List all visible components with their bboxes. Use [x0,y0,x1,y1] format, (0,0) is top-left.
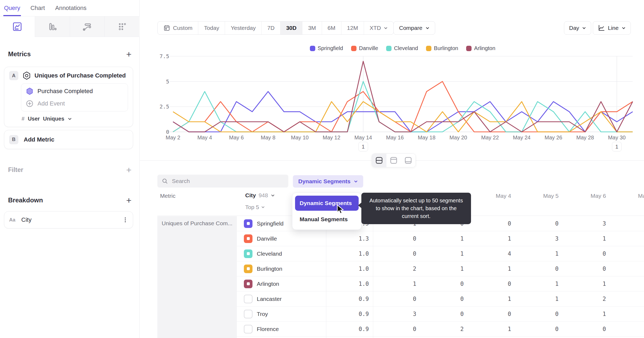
split-view-icon [375,156,383,164]
top-n-selector[interactable]: Top 5 [245,204,265,210]
legend-item-burlington[interactable]: Burlington [426,45,458,51]
compare-button[interactable]: Compare [393,21,435,35]
segment-checkbox-checked[interactable] [244,249,252,258]
legend-swatch [310,46,315,51]
chevron-down-icon [261,205,265,209]
hexagon-event-icon [22,71,31,80]
chevron-down-icon [354,179,358,184]
metric-a-badge: A [9,71,18,80]
flow-icon [82,22,92,32]
search-icon [162,178,168,184]
metric-a-header[interactable]: A Uniques of Purchase Completed [9,71,128,80]
range-button-yesterday[interactable]: Yesterday [225,22,262,34]
segment-day-value: 1 [563,281,610,287]
table-view-icon [404,156,412,164]
chart-type-scatter[interactable] [105,16,140,37]
segments-mode-menu: Dynamic SegmentsManual Segments [292,193,362,230]
menu-item-dynamic-segments[interactable]: Dynamic Segments [295,196,359,211]
svg-text:2.5: 2.5 [160,103,169,110]
add-breakdown-button[interactable]: + [126,196,131,205]
range-button-xtd[interactable]: XTD [364,22,393,34]
measure-entity: User [28,116,40,122]
chart-type-bar[interactable] [35,16,70,37]
view-toggle-table[interactable] [401,154,416,167]
legend-item-arlington[interactable]: Arlington [466,45,495,51]
tab-chart[interactable]: Chart [30,0,45,16]
segment-checkbox[interactable] [244,325,252,333]
segment-day-value: 3 [515,235,563,242]
metric-a-card: A Uniques of Purchase Completed Purchase… [4,67,133,127]
metric-column-cell: Uniques of Purchase Com... [157,216,237,338]
annotation-badge-may-14[interactable]: 1 [358,142,368,152]
segment-name: Springfield [257,220,283,227]
segment-day-value: 0 [515,220,563,227]
view-toggle-split[interactable] [372,154,386,167]
segment-day-value: 1 [563,311,610,317]
segment-day-value: 0 [468,220,515,227]
svg-text:May 28: May 28 [576,135,594,140]
legend-item-danville[interactable]: Danville [351,45,378,51]
chart-type-line[interactable] [0,16,35,37]
range-button-today[interactable]: Today [198,22,225,34]
date-column-header[interactable]: May 6 [563,193,610,199]
event-purchase-completed[interactable]: Purchase Completed [26,87,123,95]
add-metric-plus-button[interactable]: + [126,50,131,59]
segment-avg-value: 1.0 [326,251,373,257]
segment-avg-value: 0.9 [326,326,373,332]
date-column-header[interactable]: May 7 [610,193,644,199]
chart-style-button[interactable]: Line [593,21,631,35]
date-column-header[interactable]: May 5 [515,193,563,199]
filter-title: Filter [8,166,23,174]
add-filter-button[interactable]: + [126,165,131,174]
breakdown-city-card[interactable]: Aa City [4,211,133,228]
range-button-custom[interactable]: Custom [158,22,198,34]
segment-name: Troy [257,311,268,317]
add-event-button[interactable]: Add Event [26,100,123,108]
search-input[interactable] [172,178,284,184]
chart-type-flow[interactable] [70,16,105,37]
measurement-selector[interactable]: # User Uniques [22,116,128,122]
granularity-button[interactable]: Day [564,21,591,35]
range-button-6m[interactable]: 6M [322,22,341,34]
range-button-30d[interactable]: 30D [281,22,303,34]
table-header-breakdown[interactable]: City 948 [245,192,275,199]
segments-mode-button[interactable]: Dynamic Segments [293,175,363,188]
segment-day-value: 0 [515,311,563,317]
range-button-3m[interactable]: 3M [302,22,322,34]
column-divider [326,216,326,338]
sidebar-tabbar: Query Chart Annotations [0,0,139,16]
segment-checkbox-checked[interactable] [244,280,252,288]
segment-checkbox-checked[interactable] [244,265,252,273]
legend-swatch [386,46,392,51]
legend-item-springfield[interactable]: Springfield [310,45,343,51]
legend-item-cleveland[interactable]: Cleveland [386,45,418,51]
segment-day-value: 0 [563,251,610,257]
metric-a-events: Purchase Completed Add Event [21,83,128,111]
segment-checkbox[interactable] [244,310,252,318]
date-column-header[interactable]: May 4 [468,193,515,199]
range-button-7d[interactable]: 7D [262,22,281,34]
svg-text:May 18: May 18 [418,135,435,140]
segment-checkbox-checked[interactable] [244,219,252,228]
table-row-burlington: Burlington1.021100 [237,261,644,276]
range-button-12m[interactable]: 12M [341,22,364,34]
segment-day-value: 0 [421,311,468,317]
segment-checkbox[interactable] [244,295,252,303]
line-chart[interactable]: 02.557.5May 2May 4May 6May 8May 10May 12… [157,54,644,143]
event-name: Purchase Completed [37,88,93,95]
view-toggle-chart[interactable] [386,154,401,167]
segment-name: Arlington [257,281,279,287]
segment-day-value: 2 [563,296,610,302]
menu-item-manual-segments[interactable]: Manual Segments [295,212,359,227]
view-toggle-group [372,153,416,167]
metric-cell-label: Uniques of Purchase Com... [157,216,237,227]
kebab-menu-icon[interactable] [123,217,128,223]
tab-annotations[interactable]: Annotations [55,0,86,16]
add-metric-card[interactable]: B Add Metric [4,130,133,149]
segment-day-value: 1 [421,235,468,242]
svg-text:May 6: May 6 [229,135,244,140]
svg-text:May 30: May 30 [608,135,626,140]
segment-checkbox-checked[interactable] [244,234,252,243]
annotation-badge-may-30[interactable]: 1 [612,142,622,152]
tab-query[interactable]: Query [4,0,20,16]
